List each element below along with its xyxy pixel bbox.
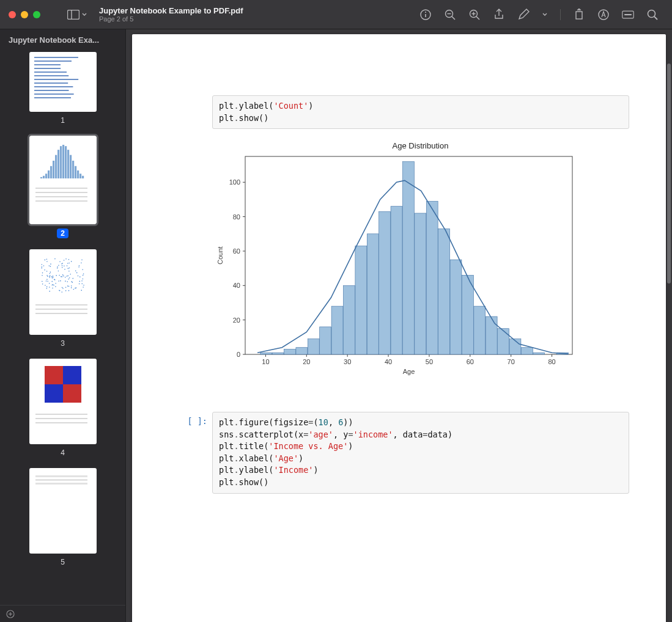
svg-rect-45: [77, 170, 79, 178]
info-button[interactable]: [419, 9, 432, 21]
svg-rect-44: [75, 166, 76, 178]
svg-point-52: [70, 285, 72, 287]
svg-rect-172: [35, 304, 87, 306]
svg-point-137: [81, 262, 82, 263]
svg-rect-225: [355, 246, 367, 354]
svg-point-112: [77, 276, 78, 277]
window-controls: [9, 11, 40, 18]
document-title: Jupyter Notebook Example to PDF.pdf: [99, 6, 415, 15]
thumbnail-list[interactable]: 12345: [0, 48, 125, 605]
svg-point-80: [50, 266, 51, 267]
svg-rect-181: [35, 422, 87, 423]
svg-point-83: [68, 290, 69, 291]
svg-point-161: [61, 265, 62, 266]
svg-point-155: [50, 272, 51, 273]
svg-point-156: [46, 271, 47, 272]
thumbnail-page-1[interactable]: 1: [0, 52, 125, 125]
thumbnail-label: 1: [61, 116, 65, 125]
thumbnail-page-3[interactable]: 3: [0, 249, 125, 348]
svg-point-103: [55, 286, 56, 287]
histogram-chart: 0204060801001020304050607080AgeCount: [212, 153, 578, 379]
svg-rect-222: [320, 327, 331, 354]
svg-rect-26: [34, 86, 73, 87]
svg-point-58: [78, 266, 79, 268]
svg-point-126: [51, 281, 53, 282]
svg-point-107: [72, 282, 73, 283]
zoom-in-button[interactable]: [468, 9, 481, 21]
svg-point-56: [45, 285, 46, 286]
svg-rect-240: [533, 353, 545, 354]
thumbnail-page-4[interactable]: 4: [0, 359, 125, 457]
svg-rect-38: [60, 146, 62, 178]
thumbnail-label: 3: [61, 339, 65, 348]
document-viewport[interactable]: plt.ylabel('Count') plt.show() Age Distr…: [126, 29, 672, 622]
svg-text:80: 80: [548, 358, 555, 365]
svg-point-129: [65, 280, 66, 282]
svg-point-68: [47, 281, 48, 282]
highlight-button[interactable]: [597, 9, 610, 21]
search-button[interactable]: [646, 9, 659, 21]
code-content: plt.figure(figsize=(10, 6)) sns.scatterp…: [212, 412, 629, 493]
svg-point-134: [49, 273, 50, 274]
svg-rect-226: [367, 234, 378, 354]
svg-text:20: 20: [233, 316, 240, 324]
svg-point-118: [43, 265, 44, 266]
svg-rect-239: [521, 348, 533, 354]
svg-text:70: 70: [508, 358, 515, 365]
minimize-window-button[interactable]: [21, 11, 28, 18]
markup-button[interactable]: [517, 9, 530, 21]
svg-point-16: [648, 10, 655, 17]
svg-point-131: [44, 260, 45, 261]
svg-point-146: [61, 263, 62, 265]
svg-rect-0: [68, 10, 79, 19]
svg-point-169: [59, 290, 60, 291]
share-button[interactable]: [493, 9, 505, 21]
svg-point-71: [57, 271, 59, 272]
svg-point-128: [46, 258, 47, 260]
thumbnail-page-2[interactable]: 2: [0, 136, 125, 238]
sidebar-document-title: Jupyter Notebook Exa...: [0, 29, 125, 48]
pdf-page: plt.ylabel('Count') plt.show() Age Distr…: [132, 34, 666, 622]
sidebar-toggle-button[interactable]: [65, 7, 89, 22]
svg-point-153: [46, 287, 47, 288]
svg-point-55: [68, 268, 70, 269]
redact-button[interactable]: [622, 9, 634, 21]
svg-rect-236: [486, 316, 497, 354]
svg-line-9: [476, 16, 479, 20]
svg-point-99: [64, 265, 65, 266]
svg-point-166: [56, 275, 57, 276]
svg-rect-178: [63, 384, 81, 403]
svg-point-168: [82, 275, 83, 276]
svg-rect-175: [45, 366, 63, 384]
markup-menu-button[interactable]: [542, 9, 548, 21]
svg-point-132: [68, 259, 69, 260]
svg-point-97: [62, 274, 63, 276]
svg-rect-19: [34, 60, 72, 62]
svg-rect-41: [67, 150, 69, 178]
fullscreen-window-button[interactable]: [33, 11, 40, 18]
svg-point-69: [68, 263, 70, 264]
svg-point-86: [83, 287, 84, 288]
add-page-icon[interactable]: [6, 610, 15, 618]
svg-rect-43: [72, 161, 74, 178]
svg-rect-237: [498, 329, 509, 354]
svg-text:40: 40: [233, 282, 240, 289]
svg-point-114: [57, 266, 58, 268]
svg-point-81: [79, 276, 80, 277]
scrollbar-thumb[interactable]: [667, 64, 671, 284]
svg-point-119: [59, 275, 60, 276]
svg-point-82: [63, 260, 64, 261]
svg-point-120: [60, 280, 61, 282]
rotate-button[interactable]: [573, 9, 585, 21]
svg-rect-173: [35, 309, 87, 310]
svg-point-140: [64, 269, 65, 270]
svg-rect-12: [576, 12, 582, 19]
close-window-button[interactable]: [9, 11, 16, 18]
code-cell: [ ]: plt.figure(figsize=(10, 6)) sns.sca…: [184, 412, 629, 493]
thumbnail-page-5[interactable]: 5: [0, 468, 125, 566]
svg-point-77: [62, 263, 63, 264]
svg-rect-30: [40, 177, 42, 178]
svg-point-53: [73, 289, 74, 290]
zoom-out-button[interactable]: [444, 9, 456, 21]
page-indicator: Page 2 of 5: [99, 15, 415, 23]
